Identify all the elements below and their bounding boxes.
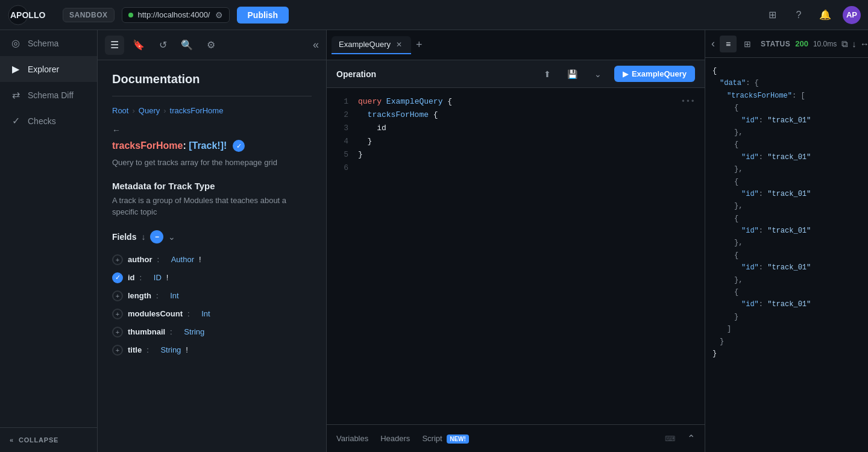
panel-collapse-icon[interactable]: « [313,39,319,51]
operation-label: Operation [336,69,531,79]
sandbox-badge: SANDBOX [63,8,115,22]
sort-icon[interactable]: ↓ [141,232,145,242]
breadcrumb-root[interactable]: Root [112,106,128,115]
save-options-icon[interactable]: ⌄ [589,65,607,83]
field-item-author: + author: Author! [112,251,312,269]
tab-script[interactable]: Script NEW! [422,432,469,445]
field-item-length: + length: Int [112,287,312,305]
field-add-icon-length[interactable]: + [112,290,123,301]
expand-results-icon[interactable]: ↔ [860,39,868,49]
chevron-up-icon[interactable]: ⌃ [687,433,695,444]
checks-icon: ✓ [10,115,22,127]
field-add-icon-thumbnail[interactable]: + [112,327,123,337]
help-icon[interactable]: ? [790,6,808,24]
download-icon[interactable]: ↓ [852,39,857,49]
grid-icon[interactable]: ⊞ [763,6,781,24]
sidebar-item-label: Checks [28,116,56,126]
tab-headers[interactable]: Headers [380,432,410,445]
sidebar-item-schema[interactable]: ◎ Schema [0,30,97,56]
query-tabs: ExampleQuery ✕ + [327,30,705,60]
topbar-icons: ⊞ ? 🔔 AP [763,6,861,24]
run-label: ExampleQuery [632,69,687,78]
explorer-icon: ▶ [10,63,22,75]
field-check-icon-id[interactable]: ✓ [112,272,123,283]
logo: APOLLO [7,4,55,26]
operation-bar: Operation ⬆ 💾 ⌄ ▶ ExampleQuery [327,60,705,88]
code-line-5: 5 } [336,148,695,162]
bookmark-icon[interactable]: 🔖 [129,36,148,55]
sidebar-item-checks[interactable]: ✓ Checks [0,108,97,134]
settings-icon[interactable]: ⚙ [201,36,221,55]
collapse-button[interactable]: « COLLAPSE [0,427,97,452]
doc-icon[interactable]: ☰ [105,36,124,55]
topbar: APOLLO SANDBOX http://localhost:4000/ ⚙ … [0,0,868,30]
fields-header: Fields ↓ − ⌄ [112,230,312,243]
list-view-icon[interactable]: ≡ [720,36,737,52]
docs-title: Documentation [112,72,312,96]
filter-button[interactable]: − [150,230,163,243]
sidebar-item-schema-diff[interactable]: ⇄ Schema Diff [0,82,97,108]
breadcrumb-tracks[interactable]: tracksForHome [170,106,224,115]
tab-example-query[interactable]: ExampleQuery ✕ [332,36,411,54]
publish-button[interactable]: Publish [237,7,289,24]
results-view-icons: ≡ ⊞ [720,36,756,52]
play-icon: ▶ [623,70,628,78]
collapse-arrow-icon: « [10,436,14,444]
results-action-icons: ⧉ ↓ ↔ [841,39,868,49]
left-sidebar: ◎ Schema ▶ Explorer ⇄ Schema Diff ✓ Chec… [0,30,98,452]
field-name-row: tracksForHome: [Track!]! ✓ [112,140,312,152]
field-item-thumbnail: + thumbnail: String [112,323,312,341]
url-bar[interactable]: http://localhost:4000/ ⚙ [122,7,230,23]
code-editor[interactable]: 1 query ExampleQuery { ••• 2 tracksForHo… [327,88,705,424]
back-button[interactable]: ← [112,125,121,135]
results-toolbar: ‹ ≡ ⊞ STATUS 200 10.0ms ⧉ ↓ ↔ [705,30,868,58]
field-desc: Query to get tracks array for the homepa… [112,157,312,169]
search-icon[interactable]: 🔍 [177,36,197,55]
field-item-title: + title: String! [112,341,312,359]
field-name: tracksForHome: [Track!]! [112,140,227,151]
grid-view-icon[interactable]: ⊞ [739,36,756,52]
svg-text:APOLLO: APOLLO [10,10,45,20]
more-options-icon[interactable]: ••• [681,95,695,108]
fields-label: Fields [112,232,136,242]
tab-label: ExampleQuery [339,40,391,49]
docs-content: Documentation Root › Query › tracksForHo… [98,60,326,452]
main-layout: ◎ Schema ▶ Explorer ⇄ Schema Diff ✓ Chec… [0,30,868,452]
history-icon[interactable]: ↺ [153,36,172,55]
code-line-4: 4 } [336,135,695,148]
results-content: { "data": { "tracksForHome": [ { "id": "… [705,58,868,452]
avatar[interactable]: AP [843,6,861,24]
code-line-2: 2 tracksForHome { [336,108,695,122]
schema-icon: ◎ [10,37,22,49]
code-line-6: 6 [336,162,695,175]
field-add-icon-title[interactable]: + [112,345,123,356]
field-item-modulescount: + modulesCount: Int [112,305,312,323]
copy-icon[interactable]: ⧉ [841,39,848,49]
new-badge: NEW! [447,435,469,444]
bell-icon[interactable]: 🔔 [816,6,834,24]
save-icon[interactable]: 💾 [564,65,582,83]
field-add-icon-modulescount[interactable]: + [112,309,123,319]
sidebar-item-label: Schema [28,39,58,48]
tab-variables[interactable]: Variables [336,432,368,445]
field-item-id: ✓ id: ID! [112,269,312,287]
settings-icon[interactable]: ⚙ [215,10,223,20]
status-code: 200 [795,39,808,48]
metadata-title: Metadata for Track Type [112,181,312,191]
sidebar-item-explorer[interactable]: ▶ Explorer [0,56,97,82]
run-button[interactable]: ▶ ExampleQuery [614,66,695,82]
keyboard-icon: ⌨ [665,435,675,443]
query-bottom-bar: Variables Headers Script NEW! ⌨ ⌃ [327,424,705,452]
results-collapse-icon[interactable]: ‹ [711,37,715,50]
code-line-3: 3 id [336,122,695,135]
share-icon[interactable]: ⬆ [538,65,556,83]
schema-diff-icon: ⇄ [10,89,22,101]
docs-panel: ☰ 🔖 ↺ 🔍 ⚙ « Documentation Root › Query ›… [98,30,327,452]
tab-add-button[interactable]: + [414,36,425,54]
expand-icon[interactable]: ⌄ [168,232,175,242]
field-add-icon-author[interactable]: + [112,254,123,265]
breadcrumb-query[interactable]: Query [139,106,160,115]
status-label: STATUS [761,40,790,48]
tab-close-icon[interactable]: ✕ [394,40,404,49]
verified-badge: ✓ [233,140,245,152]
